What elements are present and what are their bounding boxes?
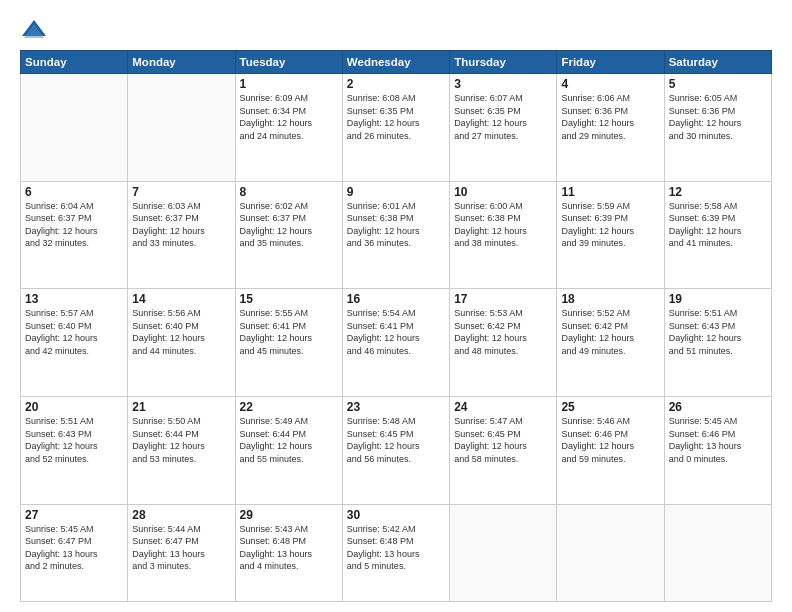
day-number: 24 — [454, 400, 552, 414]
day-cell: 14Sunrise: 5:56 AM Sunset: 6:40 PM Dayli… — [128, 289, 235, 397]
day-number: 4 — [561, 77, 659, 91]
day-number: 2 — [347, 77, 445, 91]
day-cell — [557, 504, 664, 601]
day-info: Sunrise: 5:51 AM Sunset: 6:43 PM Dayligh… — [669, 307, 767, 357]
week-row-1: 6Sunrise: 6:04 AM Sunset: 6:37 PM Daylig… — [21, 181, 772, 289]
day-cell: 29Sunrise: 5:43 AM Sunset: 6:48 PM Dayli… — [235, 504, 342, 601]
day-cell: 27Sunrise: 5:45 AM Sunset: 6:47 PM Dayli… — [21, 504, 128, 601]
day-number: 3 — [454, 77, 552, 91]
day-info: Sunrise: 5:56 AM Sunset: 6:40 PM Dayligh… — [132, 307, 230, 357]
day-cell: 2Sunrise: 6:08 AM Sunset: 6:35 PM Daylig… — [342, 74, 449, 182]
week-row-3: 20Sunrise: 5:51 AM Sunset: 6:43 PM Dayli… — [21, 396, 772, 504]
day-number: 22 — [240, 400, 338, 414]
page: SundayMondayTuesdayWednesdayThursdayFrid… — [0, 0, 792, 612]
header-row: SundayMondayTuesdayWednesdayThursdayFrid… — [21, 51, 772, 74]
day-info: Sunrise: 5:58 AM Sunset: 6:39 PM Dayligh… — [669, 200, 767, 250]
day-info: Sunrise: 6:00 AM Sunset: 6:38 PM Dayligh… — [454, 200, 552, 250]
day-cell: 23Sunrise: 5:48 AM Sunset: 6:45 PM Dayli… — [342, 396, 449, 504]
day-info: Sunrise: 5:48 AM Sunset: 6:45 PM Dayligh… — [347, 415, 445, 465]
day-info: Sunrise: 5:43 AM Sunset: 6:48 PM Dayligh… — [240, 523, 338, 573]
day-cell: 17Sunrise: 5:53 AM Sunset: 6:42 PM Dayli… — [450, 289, 557, 397]
day-cell: 7Sunrise: 6:03 AM Sunset: 6:37 PM Daylig… — [128, 181, 235, 289]
day-info: Sunrise: 5:57 AM Sunset: 6:40 PM Dayligh… — [25, 307, 123, 357]
day-number: 5 — [669, 77, 767, 91]
day-number: 10 — [454, 185, 552, 199]
day-number: 9 — [347, 185, 445, 199]
day-info: Sunrise: 5:45 AM Sunset: 6:46 PM Dayligh… — [669, 415, 767, 465]
day-cell: 25Sunrise: 5:46 AM Sunset: 6:46 PM Dayli… — [557, 396, 664, 504]
day-number: 30 — [347, 508, 445, 522]
day-info: Sunrise: 5:52 AM Sunset: 6:42 PM Dayligh… — [561, 307, 659, 357]
day-cell: 6Sunrise: 6:04 AM Sunset: 6:37 PM Daylig… — [21, 181, 128, 289]
day-number: 16 — [347, 292, 445, 306]
day-cell: 5Sunrise: 6:05 AM Sunset: 6:36 PM Daylig… — [664, 74, 771, 182]
day-cell — [128, 74, 235, 182]
day-cell: 28Sunrise: 5:44 AM Sunset: 6:47 PM Dayli… — [128, 504, 235, 601]
day-info: Sunrise: 6:03 AM Sunset: 6:37 PM Dayligh… — [132, 200, 230, 250]
day-cell — [21, 74, 128, 182]
day-info: Sunrise: 5:55 AM Sunset: 6:41 PM Dayligh… — [240, 307, 338, 357]
day-cell: 12Sunrise: 5:58 AM Sunset: 6:39 PM Dayli… — [664, 181, 771, 289]
day-cell: 20Sunrise: 5:51 AM Sunset: 6:43 PM Dayli… — [21, 396, 128, 504]
day-number: 6 — [25, 185, 123, 199]
day-info: Sunrise: 6:07 AM Sunset: 6:35 PM Dayligh… — [454, 92, 552, 142]
day-number: 23 — [347, 400, 445, 414]
col-header-monday: Monday — [128, 51, 235, 74]
day-number: 14 — [132, 292, 230, 306]
day-info: Sunrise: 5:54 AM Sunset: 6:41 PM Dayligh… — [347, 307, 445, 357]
day-cell: 24Sunrise: 5:47 AM Sunset: 6:45 PM Dayli… — [450, 396, 557, 504]
header — [20, 16, 772, 44]
day-cell: 16Sunrise: 5:54 AM Sunset: 6:41 PM Dayli… — [342, 289, 449, 397]
week-row-4: 27Sunrise: 5:45 AM Sunset: 6:47 PM Dayli… — [21, 504, 772, 601]
day-cell: 22Sunrise: 5:49 AM Sunset: 6:44 PM Dayli… — [235, 396, 342, 504]
day-number: 8 — [240, 185, 338, 199]
day-cell: 8Sunrise: 6:02 AM Sunset: 6:37 PM Daylig… — [235, 181, 342, 289]
day-info: Sunrise: 5:46 AM Sunset: 6:46 PM Dayligh… — [561, 415, 659, 465]
day-info: Sunrise: 6:05 AM Sunset: 6:36 PM Dayligh… — [669, 92, 767, 142]
col-header-wednesday: Wednesday — [342, 51, 449, 74]
day-number: 7 — [132, 185, 230, 199]
day-info: Sunrise: 5:45 AM Sunset: 6:47 PM Dayligh… — [25, 523, 123, 573]
day-cell: 4Sunrise: 6:06 AM Sunset: 6:36 PM Daylig… — [557, 74, 664, 182]
day-cell: 26Sunrise: 5:45 AM Sunset: 6:46 PM Dayli… — [664, 396, 771, 504]
day-cell: 1Sunrise: 6:09 AM Sunset: 6:34 PM Daylig… — [235, 74, 342, 182]
day-number: 26 — [669, 400, 767, 414]
day-info: Sunrise: 6:04 AM Sunset: 6:37 PM Dayligh… — [25, 200, 123, 250]
day-cell: 21Sunrise: 5:50 AM Sunset: 6:44 PM Dayli… — [128, 396, 235, 504]
day-info: Sunrise: 6:09 AM Sunset: 6:34 PM Dayligh… — [240, 92, 338, 142]
col-header-saturday: Saturday — [664, 51, 771, 74]
col-header-thursday: Thursday — [450, 51, 557, 74]
day-info: Sunrise: 6:01 AM Sunset: 6:38 PM Dayligh… — [347, 200, 445, 250]
day-info: Sunrise: 5:59 AM Sunset: 6:39 PM Dayligh… — [561, 200, 659, 250]
col-header-friday: Friday — [557, 51, 664, 74]
day-cell: 10Sunrise: 6:00 AM Sunset: 6:38 PM Dayli… — [450, 181, 557, 289]
day-number: 28 — [132, 508, 230, 522]
day-number: 19 — [669, 292, 767, 306]
calendar-table: SundayMondayTuesdayWednesdayThursdayFrid… — [20, 50, 772, 602]
col-header-tuesday: Tuesday — [235, 51, 342, 74]
day-number: 21 — [132, 400, 230, 414]
col-header-sunday: Sunday — [21, 51, 128, 74]
day-number: 29 — [240, 508, 338, 522]
day-cell: 3Sunrise: 6:07 AM Sunset: 6:35 PM Daylig… — [450, 74, 557, 182]
day-number: 18 — [561, 292, 659, 306]
day-info: Sunrise: 6:06 AM Sunset: 6:36 PM Dayligh… — [561, 92, 659, 142]
day-cell: 9Sunrise: 6:01 AM Sunset: 6:38 PM Daylig… — [342, 181, 449, 289]
logo — [20, 16, 52, 44]
day-number: 25 — [561, 400, 659, 414]
day-info: Sunrise: 6:08 AM Sunset: 6:35 PM Dayligh… — [347, 92, 445, 142]
day-info: Sunrise: 5:47 AM Sunset: 6:45 PM Dayligh… — [454, 415, 552, 465]
day-number: 1 — [240, 77, 338, 91]
day-number: 20 — [25, 400, 123, 414]
day-info: Sunrise: 6:02 AM Sunset: 6:37 PM Dayligh… — [240, 200, 338, 250]
day-number: 12 — [669, 185, 767, 199]
day-cell: 30Sunrise: 5:42 AM Sunset: 6:48 PM Dayli… — [342, 504, 449, 601]
logo-icon — [20, 16, 48, 44]
day-info: Sunrise: 5:50 AM Sunset: 6:44 PM Dayligh… — [132, 415, 230, 465]
day-info: Sunrise: 5:51 AM Sunset: 6:43 PM Dayligh… — [25, 415, 123, 465]
day-info: Sunrise: 5:44 AM Sunset: 6:47 PM Dayligh… — [132, 523, 230, 573]
day-cell: 11Sunrise: 5:59 AM Sunset: 6:39 PM Dayli… — [557, 181, 664, 289]
day-info: Sunrise: 5:53 AM Sunset: 6:42 PM Dayligh… — [454, 307, 552, 357]
day-info: Sunrise: 5:49 AM Sunset: 6:44 PM Dayligh… — [240, 415, 338, 465]
day-number: 15 — [240, 292, 338, 306]
